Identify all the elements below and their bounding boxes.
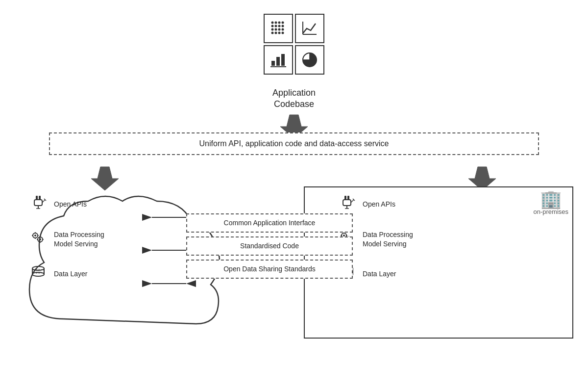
common-app-interface-label: Common Application Interface xyxy=(224,219,316,227)
onprem-title: on-premises xyxy=(533,208,568,215)
svg-point-15 xyxy=(278,22,281,24)
app-icon-linechart xyxy=(295,14,324,43)
cloud-item-openapis: Open APIs xyxy=(29,194,104,215)
middle-section: Common Application Interface Standardise… xyxy=(186,199,353,281)
open-data-sharing-label: Open Data Sharing Standards xyxy=(223,265,316,273)
svg-point-25 xyxy=(271,32,274,34)
cloud-dataprocessing-label: Data Processing Model Serving xyxy=(54,230,104,249)
cloud-plug-icon xyxy=(29,194,47,215)
cloud-content: Open APIs xyxy=(29,194,104,285)
svg-point-16 xyxy=(282,22,284,24)
svg-rect-31 xyxy=(271,61,275,66)
svg-point-17 xyxy=(271,25,274,27)
diagram-container: Application Codebase Uniform API, applic… xyxy=(0,0,588,367)
svg-point-18 xyxy=(275,25,277,27)
uniform-api-bar: Uniform API, application code and data-a… xyxy=(49,132,539,155)
svg-rect-32 xyxy=(276,57,280,66)
onprem-label: 🏢 on-premises xyxy=(533,190,568,215)
svg-point-28 xyxy=(282,32,284,34)
uniform-api-label: Uniform API, application code and data-a… xyxy=(199,139,389,148)
standardised-code-label: Standardised Code xyxy=(240,242,299,250)
open-data-sharing-box: Open Data Sharing Standards xyxy=(186,260,353,279)
svg-line-43 xyxy=(45,200,46,201)
svg-rect-33 xyxy=(281,54,285,66)
svg-point-47 xyxy=(39,238,41,240)
svg-point-24 xyxy=(282,28,284,31)
cloud-datalayer-label: Data Layer xyxy=(54,269,87,279)
app-icon-piechart xyxy=(295,45,324,75)
app-label-line2: Codebase xyxy=(274,99,314,109)
onprem-dataprocessing-label: Data Processing Model Serving xyxy=(363,230,413,249)
svg-point-23 xyxy=(278,28,281,31)
svg-point-27 xyxy=(278,32,281,34)
onprem-openapis-label: Open APIs xyxy=(363,200,395,209)
common-app-interface-box: Common Application Interface xyxy=(186,213,353,233)
app-icon-grid xyxy=(264,14,293,43)
svg-point-26 xyxy=(275,32,277,34)
cloud-item-datalayer: Data Layer xyxy=(29,263,104,285)
svg-point-14 xyxy=(275,22,277,24)
svg-point-19 xyxy=(278,25,281,27)
app-label-line1: Application xyxy=(272,88,316,98)
svg-rect-38 xyxy=(34,200,42,206)
svg-point-45 xyxy=(34,235,36,236)
app-icon-barchart xyxy=(264,45,293,75)
onprem-datalayer-label: Data Layer xyxy=(363,269,396,279)
svg-rect-36 xyxy=(36,196,38,200)
svg-point-22 xyxy=(275,28,277,31)
cloud-openapis-label: Open APIs xyxy=(54,200,87,209)
cloud-item-dataprocessing: Data Processing Model Serving xyxy=(29,229,104,250)
svg-rect-37 xyxy=(39,196,41,200)
svg-point-13 xyxy=(271,22,274,24)
svg-point-21 xyxy=(271,28,274,31)
app-icons xyxy=(264,14,324,75)
cloud-database-icon xyxy=(29,263,47,285)
cloud-gear-icon xyxy=(29,229,47,250)
svg-point-20 xyxy=(282,25,284,27)
building-icon: 🏢 xyxy=(533,190,568,208)
app-codebase-label: Application Codebase xyxy=(272,87,316,110)
standardised-code-box: Standardised Code xyxy=(186,236,353,256)
